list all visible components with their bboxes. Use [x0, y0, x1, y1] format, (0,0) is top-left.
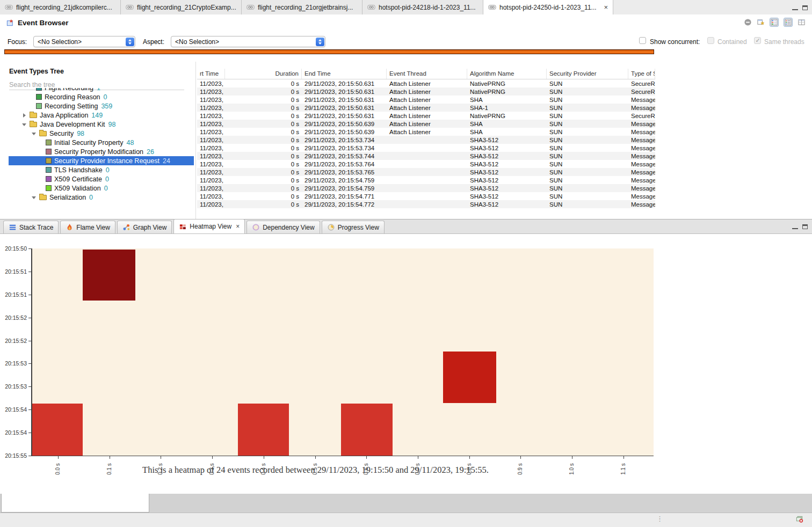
column-header-security-provider[interactable]: Security Provider: [547, 69, 628, 79]
table-row[interactable]: 11/2023,0 s29/11/2023, 20:15:53.764SHA3-…: [197, 160, 655, 168]
event-type-color-icon: [36, 94, 42, 100]
chevron-down-icon[interactable]: [32, 131, 37, 136]
chevron-right-icon[interactable]: [22, 113, 27, 118]
panel-separator[interactable]: [195, 62, 196, 219]
view-tab-progress-view[interactable]: Progress View: [322, 221, 385, 233]
column-header-rt-time[interactable]: rt Time: [197, 69, 225, 79]
event-settings-icon[interactable]: [757, 18, 765, 26]
background-jobs-icon[interactable]: [795, 515, 803, 523]
table-row[interactable]: 11/2023,0 s29/11/2023, 20:15:50.631Attac…: [197, 96, 655, 104]
event-type-java-application[interactable]: Java Application149: [9, 111, 194, 120]
table-cell: 11/2023,: [197, 193, 225, 200]
event-type-x509-validation[interactable]: X509 Validation0: [9, 184, 194, 193]
chevron-down-icon[interactable]: [32, 195, 37, 200]
view-tab-label: Stack Trace: [19, 224, 53, 231]
event-type-java-development-kit[interactable]: Java Development Kit98: [9, 120, 194, 129]
maximize-icon[interactable]: [802, 3, 808, 12]
editor-tab-flight-recording-21jdkcompilerc[interactable]: flight_recording_21jdkcompilerc...: [0, 0, 121, 14]
table-row[interactable]: 11/2023,0 s29/11/2023, 20:15:53.734SHA3-…: [197, 144, 655, 152]
event-type-recording-setting[interactable]: Recording Setting359: [9, 101, 194, 111]
event-type-security-provider-instance-request[interactable]: Security Provider Instance Request24: [9, 156, 194, 165]
table-row[interactable]: 11/2023,0 s29/11/2023, 20:15:54.759SHA3-…: [197, 184, 655, 192]
window-buttons: [792, 0, 812, 14]
event-type-color-icon: [46, 140, 52, 145]
table-row[interactable]: 11/2023,0 s29/11/2023, 20:15:50.631Attac…: [197, 87, 655, 96]
column-header-algorithm-name[interactable]: Algorithm Name: [467, 69, 547, 79]
table-row[interactable]: 11/2023,0 s29/11/2023, 20:15:54.772SHA3-…: [197, 200, 655, 208]
x-axis-label: 1.1 s: [620, 458, 627, 480]
table-cell: 29/11/2023, 20:15:50.631: [302, 105, 387, 111]
editor-tab-flight-recording-21orgjetbrainsj[interactable]: flight_recording_21orgjetbrainsj...: [242, 0, 363, 14]
table-row[interactable]: 11/2023,0 s29/11/2023, 20:15:50.631Attac…: [197, 79, 655, 87]
table-view-icon[interactable]: [798, 18, 806, 26]
drag-handle-icon[interactable]: ⋮: [656, 515, 663, 523]
table-row[interactable]: 11/2023,0 s29/11/2023, 20:15:53.744SHA3-…: [197, 152, 655, 160]
chevron-down-icon[interactable]: [22, 122, 27, 127]
table-row[interactable]: 11/2023,0 s29/11/2023, 20:15:53.734SHA3-…: [197, 136, 655, 144]
event-type-color-icon: [46, 185, 52, 191]
table-row[interactable]: 11/2023,0 s29/11/2023, 20:15:54.771SHA3-…: [197, 192, 655, 200]
editor-tab-hotspot-pid-24250-id-1-2023-11[interactable]: hotspot-pid-24250-id-1-2023_11...×: [483, 0, 613, 14]
window-buttons: [792, 222, 812, 231]
table-row[interactable]: 11/2023,0 s29/11/2023, 20:15:54.759SHA3-…: [197, 176, 655, 184]
column-header-event-thread[interactable]: Event Thread: [387, 69, 467, 79]
event-type-label: Initial Security Property: [54, 139, 124, 147]
table-cell: 0 s: [225, 145, 302, 151]
view-tabbar: Stack TraceFlame ViewGraph ViewHeatmap V…: [0, 219, 812, 234]
close-icon[interactable]: ×: [604, 3, 608, 11]
editor-tab-hotspot-pid-24218-id-1-2023-11[interactable]: hotspot-pid-24218-id-1-2023_11...: [363, 0, 483, 14]
editor-tab-label: flight_recording_21orgjetbrainsj...: [258, 4, 353, 11]
view-tab-stack-trace[interactable]: Stack Trace: [3, 221, 59, 233]
clear-icon[interactable]: [744, 18, 752, 26]
heatmap-icon: [179, 223, 187, 231]
view-tab-heatmap-view[interactable]: Heatmap View×: [173, 219, 245, 233]
view-tab-dependency-view[interactable]: Dependency View: [247, 221, 320, 233]
event-type-serialization[interactable]: Serialization0: [9, 193, 194, 202]
view-tab-graph-view[interactable]: Graph View: [117, 221, 172, 233]
table-cell: 29/11/2023, 20:15:50.631: [302, 80, 387, 87]
list-view-icon[interactable]: [784, 18, 793, 27]
event-type-flight-recording[interactable]: Flight Recording1: [9, 88, 194, 92]
column-header-type-of-service[interactable]: Type of Service: [628, 69, 655, 79]
table-row[interactable]: 11/2023,0 s29/11/2023, 20:15:53.765SHA3-…: [197, 168, 655, 176]
event-type-tls-handshake[interactable]: TLS Handshake0: [9, 165, 194, 174]
event-type-count: 98: [77, 130, 84, 137]
table-row[interactable]: 11/2023,0 s29/11/2023, 20:15:50.631Attac…: [197, 104, 655, 112]
same-threads-checkbox: [754, 37, 761, 44]
y-axis-tick: [28, 409, 31, 410]
table-cell: 29/11/2023, 20:15:54.771: [302, 193, 387, 200]
event-type-security[interactable]: Security98: [9, 129, 194, 138]
table-row[interactable]: 11/2023,0 s29/11/2023, 20:15:50.639Attac…: [197, 120, 655, 128]
close-icon[interactable]: ×: [236, 223, 240, 230]
event-type-x509-certificate[interactable]: X509 Certificate0: [9, 174, 194, 184]
heatmap-cell: [341, 404, 393, 456]
event-type-recording-reason[interactable]: Recording Reason0: [9, 92, 194, 101]
table-cell: SUN: [547, 105, 628, 111]
show-concurrent-checkbox[interactable]: [639, 37, 646, 44]
table-row[interactable]: 11/2023,0 s29/11/2023, 20:15:50.631Attac…: [197, 112, 655, 120]
table-cell: Message: [628, 201, 655, 208]
editor-tab-flight-recording-21cryptoexamp[interactable]: flight_recording_21CryptoExamp...: [121, 0, 242, 14]
minimize-icon[interactable]: [792, 3, 798, 12]
editor-tab-label: flight_recording_21CryptoExamp...: [137, 4, 236, 11]
y-axis-label: 20:15:55: [0, 452, 27, 459]
aspect-dropdown[interactable]: <No Selection>: [171, 36, 325, 47]
view-tab-flame-view[interactable]: Flame View: [60, 221, 115, 233]
tree-table-view-icon[interactable]: [770, 18, 779, 27]
minimize-icon[interactable]: [792, 222, 798, 231]
y-axis-label: 20:15:54: [0, 429, 27, 436]
table-cell: SUN: [547, 89, 628, 95]
y-axis-tick: [28, 433, 31, 433]
event-type-count: 48: [127, 139, 134, 147]
event-type-initial-security-property[interactable]: Initial Security Property48: [9, 138, 194, 147]
event-type-label: Recording Setting: [45, 103, 98, 110]
table-cell: SHA3-512: [467, 145, 547, 151]
column-header-duration[interactable]: Duration: [225, 69, 302, 79]
focus-dropdown[interactable]: <No Selection>: [33, 36, 135, 47]
y-axis-label: 20:15:52: [0, 338, 27, 344]
event-type-security-property-modification[interactable]: Security Property Modification26: [9, 147, 194, 156]
column-header-end-time[interactable]: End Time: [302, 69, 387, 79]
table-cell: SUN: [547, 137, 628, 143]
maximize-icon[interactable]: [802, 222, 808, 231]
table-row[interactable]: 11/2023,0 s29/11/2023, 20:15:50.639Attac…: [197, 128, 655, 136]
